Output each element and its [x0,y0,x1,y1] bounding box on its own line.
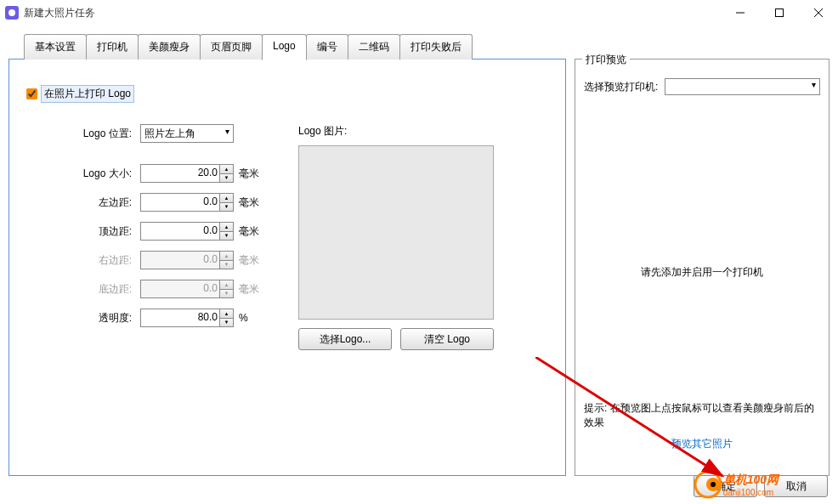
preview-tip: 提示: 在预览图上点按鼠标可以查看美颜瘦身前后的效果 [584,402,814,428]
preview-printer-combo[interactable] [665,78,820,95]
svg-rect-2 [776,9,784,17]
size-spinner[interactable]: 20.0 ▲▼ [140,164,234,183]
size-label: Logo 大小: [72,167,132,181]
margin-left-spinner[interactable]: 0.0 ▲▼ [140,193,234,212]
margin-right-label: 右边距: [72,253,132,268]
size-unit: 毫米 [239,167,264,181]
minimize-button[interactable] [721,0,760,25]
preview-placeholder: 请先添加并启用一个打印机 [584,265,820,280]
logo-image-label: Logo 图片: [298,124,494,139]
select-logo-button[interactable]: 选择Logo... [298,328,392,350]
clear-logo-button[interactable]: 清空 Logo [400,328,494,350]
opacity-label: 透明度: [72,311,132,326]
logo-preview-area [298,145,494,320]
logo-settings-panel: 在照片上打印 Logo Logo 位置: 照片左上角 Logo 大小: 20.0… [8,59,566,476]
ok-button[interactable]: 确定 [694,475,757,497]
maximize-button[interactable] [760,0,799,25]
margin-top-label: 顶边距: [72,224,132,239]
tab-logo[interactable]: Logo [262,34,307,60]
tab-qrcode[interactable]: 二维码 [348,34,400,59]
tab-number[interactable]: 编号 [306,34,348,59]
margin-bottom-label: 底边距: [72,282,132,297]
window-title: 新建大照片任务 [24,6,721,20]
opacity-spinner[interactable]: 80.0 ▲▼ [140,309,234,327]
tab-basic[interactable]: 基本设置 [24,34,87,59]
margin-right-spinner: 0.0 ▲▼ [140,251,234,269]
tab-header-footer[interactable]: 页眉页脚 [200,34,263,59]
titlebar: 新建大照片任务 [0,0,838,25]
spinner-up-icon[interactable]: ▲ [219,165,233,174]
print-logo-label[interactable]: 在照片上打印 Logo [41,85,134,103]
print-preview-panel: 打印预览 选择预览打印机: 请先添加并启用一个打印机 提示: 在预览图上点按鼠标… [575,59,830,476]
tab-bar: 基本设置 打印机 美颜瘦身 页眉页脚 Logo 编号 二维码 打印失败后 [24,34,838,59]
tab-printer[interactable]: 打印机 [86,34,139,59]
cancel-button[interactable]: 取消 [764,475,828,497]
close-button[interactable] [799,0,838,25]
tab-failure[interactable]: 打印失败后 [399,34,473,59]
print-logo-checkbox[interactable] [26,88,37,99]
position-label: Logo 位置: [72,127,132,141]
margin-bottom-spinner: 0.0 ▲▼ [140,280,234,298]
preview-other-link[interactable]: 预览其它照片 [671,438,733,450]
preview-printer-label: 选择预览打印机: [584,80,658,94]
app-icon [5,6,19,20]
spinner-down-icon[interactable]: ▼ [219,174,233,183]
tab-beauty[interactable]: 美颜瘦身 [138,34,201,59]
margin-left-label: 左边距: [72,195,132,210]
position-combo[interactable]: 照片左上角 [140,124,234,143]
svg-point-0 [8,9,15,16]
margin-top-spinner[interactable]: 0.0 ▲▼ [140,222,234,241]
